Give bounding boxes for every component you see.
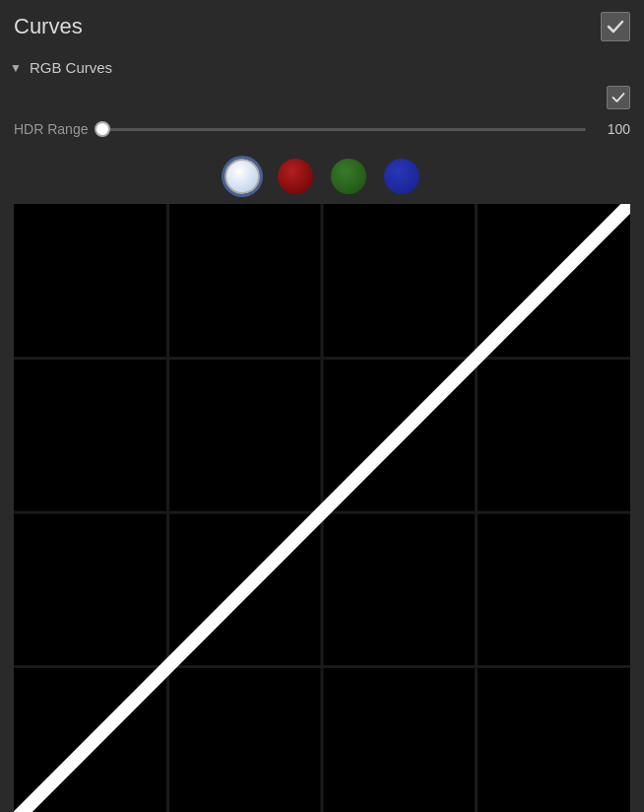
hdr-checkbox[interactable] [607, 86, 630, 109]
curve-control-point-end[interactable] [618, 206, 628, 216]
channel-white-button[interactable] [225, 159, 260, 194]
channel-red-button[interactable] [278, 159, 313, 194]
hdr-range-slider-thumb[interactable] [95, 121, 110, 137]
hdr-range-slider-track [102, 128, 586, 131]
curves-canvas-container [14, 204, 630, 812]
panel-header: Curves [0, 0, 644, 51]
curves-grid-svg [14, 204, 630, 812]
hdr-checkbox-row [0, 86, 644, 109]
header-checkbox[interactable] [601, 12, 630, 41]
curves-panel: Curves ▼ RGB Curves HDR Range 100 [0, 0, 644, 812]
channel-blue-button[interactable] [384, 159, 419, 194]
curves-canvas[interactable] [14, 204, 630, 812]
rgb-curves-section-header[interactable]: ▼ RGB Curves [0, 51, 644, 86]
color-channel-selector [0, 145, 644, 204]
panel-title: Curves [14, 14, 83, 39]
hdr-range-label: HDR Range [14, 121, 93, 137]
hdr-range-row: HDR Range 100 [0, 113, 644, 145]
rgb-curves-title: RGB Curves [30, 59, 112, 76]
channel-green-button[interactable] [331, 159, 366, 194]
checkmark-icon [607, 18, 624, 35]
chevron-down-icon: ▼ [10, 61, 22, 75]
hdr-range-slider-container [102, 119, 586, 139]
hdr-checkmark-icon [612, 91, 625, 104]
hdr-range-value: 100 [596, 121, 630, 137]
